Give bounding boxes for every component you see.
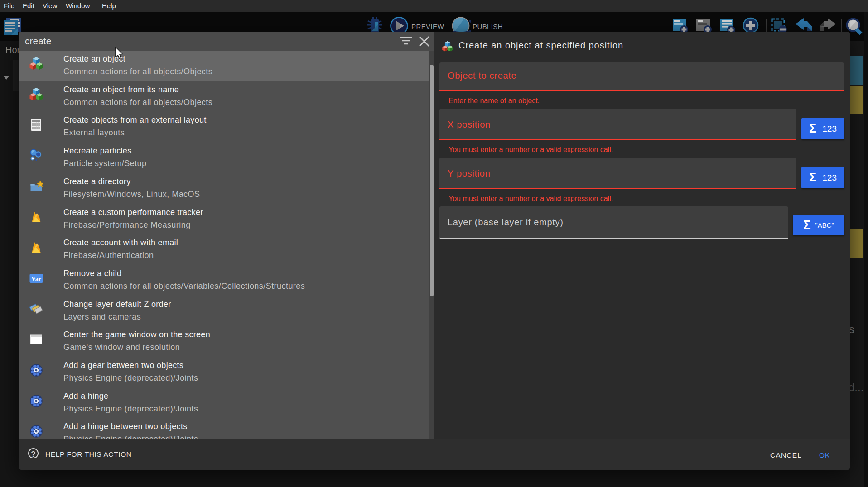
svg-text:Var: Var [31,275,41,282]
